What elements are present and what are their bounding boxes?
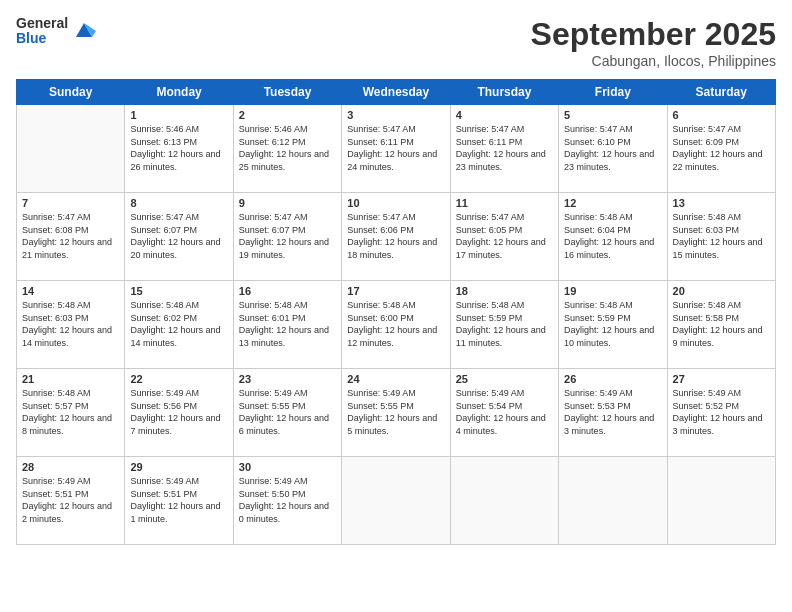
date-number: 9 bbox=[239, 197, 336, 209]
sunset-text: Sunset: 5:59 PM bbox=[564, 312, 661, 325]
calendar-table: SundayMondayTuesdayWednesdayThursdayFrid… bbox=[16, 79, 776, 545]
cell-content: Sunrise: 5:48 AMSunset: 5:58 PMDaylight:… bbox=[673, 299, 770, 349]
sunset-text: Sunset: 5:54 PM bbox=[456, 400, 553, 413]
sunrise-text: Sunrise: 5:47 AM bbox=[673, 123, 770, 136]
sunset-text: Sunset: 6:06 PM bbox=[347, 224, 444, 237]
date-number: 16 bbox=[239, 285, 336, 297]
sunset-text: Sunset: 6:10 PM bbox=[564, 136, 661, 149]
daylight-text: Daylight: 12 hours and 14 minutes. bbox=[130, 324, 227, 349]
sunset-text: Sunset: 5:57 PM bbox=[22, 400, 119, 413]
date-number: 5 bbox=[564, 109, 661, 121]
sunrise-text: Sunrise: 5:48 AM bbox=[22, 387, 119, 400]
sunset-text: Sunset: 5:56 PM bbox=[130, 400, 227, 413]
sunrise-text: Sunrise: 5:49 AM bbox=[564, 387, 661, 400]
cell-content: Sunrise: 5:47 AMSunset: 6:07 PMDaylight:… bbox=[130, 211, 227, 261]
date-number: 8 bbox=[130, 197, 227, 209]
calendar-cell: 11Sunrise: 5:47 AMSunset: 6:05 PMDayligh… bbox=[450, 193, 558, 281]
sunrise-text: Sunrise: 5:47 AM bbox=[239, 211, 336, 224]
cell-content: Sunrise: 5:48 AMSunset: 5:59 PMDaylight:… bbox=[564, 299, 661, 349]
day-header-thursday: Thursday bbox=[450, 80, 558, 105]
date-number: 29 bbox=[130, 461, 227, 473]
date-number: 3 bbox=[347, 109, 444, 121]
cell-content: Sunrise: 5:48 AMSunset: 6:02 PMDaylight:… bbox=[130, 299, 227, 349]
sunset-text: Sunset: 5:51 PM bbox=[130, 488, 227, 501]
logo-general: General bbox=[16, 16, 68, 31]
sunrise-text: Sunrise: 5:49 AM bbox=[239, 387, 336, 400]
calendar-cell: 3Sunrise: 5:47 AMSunset: 6:11 PMDaylight… bbox=[342, 105, 450, 193]
cell-content: Sunrise: 5:47 AMSunset: 6:08 PMDaylight:… bbox=[22, 211, 119, 261]
calendar-cell: 8Sunrise: 5:47 AMSunset: 6:07 PMDaylight… bbox=[125, 193, 233, 281]
sunrise-text: Sunrise: 5:49 AM bbox=[239, 475, 336, 488]
sunrise-text: Sunrise: 5:46 AM bbox=[130, 123, 227, 136]
day-header-wednesday: Wednesday bbox=[342, 80, 450, 105]
date-number: 1 bbox=[130, 109, 227, 121]
calendar-cell: 29Sunrise: 5:49 AMSunset: 5:51 PMDayligh… bbox=[125, 457, 233, 545]
calendar-cell: 19Sunrise: 5:48 AMSunset: 5:59 PMDayligh… bbox=[559, 281, 667, 369]
logo-text: General Blue bbox=[16, 16, 68, 47]
daylight-text: Daylight: 12 hours and 14 minutes. bbox=[22, 324, 119, 349]
daylight-text: Daylight: 12 hours and 15 minutes. bbox=[673, 236, 770, 261]
date-number: 26 bbox=[564, 373, 661, 385]
calendar-cell: 20Sunrise: 5:48 AMSunset: 5:58 PMDayligh… bbox=[667, 281, 775, 369]
calendar-cell: 30Sunrise: 5:49 AMSunset: 5:50 PMDayligh… bbox=[233, 457, 341, 545]
daylight-text: Daylight: 12 hours and 26 minutes. bbox=[130, 148, 227, 173]
sunrise-text: Sunrise: 5:48 AM bbox=[673, 211, 770, 224]
daylight-text: Daylight: 12 hours and 25 minutes. bbox=[239, 148, 336, 173]
sunset-text: Sunset: 6:13 PM bbox=[130, 136, 227, 149]
date-number: 28 bbox=[22, 461, 119, 473]
sunrise-text: Sunrise: 5:49 AM bbox=[130, 475, 227, 488]
sunrise-text: Sunrise: 5:48 AM bbox=[564, 299, 661, 312]
sunrise-text: Sunrise: 5:47 AM bbox=[564, 123, 661, 136]
sunset-text: Sunset: 5:55 PM bbox=[239, 400, 336, 413]
sunset-text: Sunset: 6:03 PM bbox=[673, 224, 770, 237]
cell-content: Sunrise: 5:47 AMSunset: 6:06 PMDaylight:… bbox=[347, 211, 444, 261]
calendar-cell: 7Sunrise: 5:47 AMSunset: 6:08 PMDaylight… bbox=[17, 193, 125, 281]
cell-content: Sunrise: 5:47 AMSunset: 6:11 PMDaylight:… bbox=[347, 123, 444, 173]
sunset-text: Sunset: 5:55 PM bbox=[347, 400, 444, 413]
sunset-text: Sunset: 6:01 PM bbox=[239, 312, 336, 325]
daylight-text: Daylight: 12 hours and 1 minute. bbox=[130, 500, 227, 525]
day-header-row: SundayMondayTuesdayWednesdayThursdayFrid… bbox=[17, 80, 776, 105]
calendar-cell: 9Sunrise: 5:47 AMSunset: 6:07 PMDaylight… bbox=[233, 193, 341, 281]
cell-content: Sunrise: 5:48 AMSunset: 6:03 PMDaylight:… bbox=[22, 299, 119, 349]
calendar-cell: 1Sunrise: 5:46 AMSunset: 6:13 PMDaylight… bbox=[125, 105, 233, 193]
sunset-text: Sunset: 6:11 PM bbox=[347, 136, 444, 149]
sunset-text: Sunset: 6:05 PM bbox=[456, 224, 553, 237]
date-number: 13 bbox=[673, 197, 770, 209]
day-header-monday: Monday bbox=[125, 80, 233, 105]
daylight-text: Daylight: 12 hours and 6 minutes. bbox=[239, 412, 336, 437]
daylight-text: Daylight: 12 hours and 23 minutes. bbox=[456, 148, 553, 173]
cell-content: Sunrise: 5:49 AMSunset: 5:56 PMDaylight:… bbox=[130, 387, 227, 437]
daylight-text: Daylight: 12 hours and 8 minutes. bbox=[22, 412, 119, 437]
sunrise-text: Sunrise: 5:47 AM bbox=[130, 211, 227, 224]
sunrise-text: Sunrise: 5:48 AM bbox=[130, 299, 227, 312]
cell-content: Sunrise: 5:49 AMSunset: 5:51 PMDaylight:… bbox=[22, 475, 119, 525]
daylight-text: Daylight: 12 hours and 3 minutes. bbox=[673, 412, 770, 437]
date-number: 11 bbox=[456, 197, 553, 209]
sunset-text: Sunset: 6:08 PM bbox=[22, 224, 119, 237]
sunrise-text: Sunrise: 5:47 AM bbox=[456, 123, 553, 136]
cell-content: Sunrise: 5:49 AMSunset: 5:50 PMDaylight:… bbox=[239, 475, 336, 525]
cell-content: Sunrise: 5:49 AMSunset: 5:55 PMDaylight:… bbox=[239, 387, 336, 437]
day-header-friday: Friday bbox=[559, 80, 667, 105]
sunset-text: Sunset: 6:11 PM bbox=[456, 136, 553, 149]
week-row-1: 7Sunrise: 5:47 AMSunset: 6:08 PMDaylight… bbox=[17, 193, 776, 281]
date-number: 2 bbox=[239, 109, 336, 121]
logo-icon bbox=[72, 19, 96, 43]
cell-content: Sunrise: 5:48 AMSunset: 6:04 PMDaylight:… bbox=[564, 211, 661, 261]
sunrise-text: Sunrise: 5:47 AM bbox=[347, 211, 444, 224]
daylight-text: Daylight: 12 hours and 3 minutes. bbox=[564, 412, 661, 437]
calendar-cell: 15Sunrise: 5:48 AMSunset: 6:02 PMDayligh… bbox=[125, 281, 233, 369]
location: Cabungan, Ilocos, Philippines bbox=[531, 53, 776, 69]
calendar-cell: 6Sunrise: 5:47 AMSunset: 6:09 PMDaylight… bbox=[667, 105, 775, 193]
sunset-text: Sunset: 5:53 PM bbox=[564, 400, 661, 413]
sunset-text: Sunset: 5:51 PM bbox=[22, 488, 119, 501]
calendar-cell: 12Sunrise: 5:48 AMSunset: 6:04 PMDayligh… bbox=[559, 193, 667, 281]
date-number: 12 bbox=[564, 197, 661, 209]
calendar-cell bbox=[450, 457, 558, 545]
daylight-text: Daylight: 12 hours and 20 minutes. bbox=[130, 236, 227, 261]
date-number: 4 bbox=[456, 109, 553, 121]
sunset-text: Sunset: 6:04 PM bbox=[564, 224, 661, 237]
week-row-4: 28Sunrise: 5:49 AMSunset: 5:51 PMDayligh… bbox=[17, 457, 776, 545]
cell-content: Sunrise: 5:49 AMSunset: 5:55 PMDaylight:… bbox=[347, 387, 444, 437]
